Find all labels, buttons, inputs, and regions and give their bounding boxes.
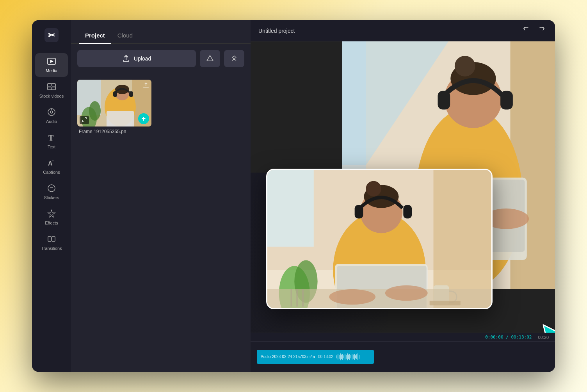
top-bar: Untitled project bbox=[251, 20, 555, 41]
audio-icon bbox=[47, 108, 56, 118]
svg-rect-59 bbox=[355, 205, 363, 219]
top-bar-actions bbox=[521, 24, 547, 37]
svg-rect-68 bbox=[430, 301, 461, 305]
list-item[interactable]: + Frame 1912055355.pn bbox=[77, 80, 151, 134]
sidebar-item-media[interactable]: Media bbox=[35, 53, 68, 77]
svg-rect-67 bbox=[302, 289, 304, 307]
captions-icon: A * bbox=[47, 159, 56, 168]
app-logo[interactable]: ✂ bbox=[44, 28, 59, 44]
cloud-upload-icon bbox=[143, 82, 149, 89]
sidebar-item-label: Media bbox=[46, 68, 57, 73]
svg-point-70 bbox=[385, 285, 428, 301]
sidebar-item-label: Effects bbox=[45, 221, 58, 225]
svg-text:T: T bbox=[48, 134, 54, 142]
sidebar-item-captions[interactable]: A * Captions bbox=[35, 155, 68, 178]
sidebar-item-text[interactable]: T Text bbox=[35, 129, 68, 153]
upload-bar: Upload bbox=[71, 44, 251, 73]
sidebar-item-label: Transitions bbox=[41, 246, 62, 251]
upload-label: Upload bbox=[134, 55, 151, 62]
undo-icon bbox=[522, 26, 530, 34]
main-area: Untitled project bbox=[251, 20, 555, 372]
tabs: Project Cloud bbox=[71, 28, 251, 44]
svg-marker-16 bbox=[48, 210, 55, 217]
svg-marker-21 bbox=[232, 56, 236, 61]
audio-waveform bbox=[336, 353, 359, 361]
google-drive-button[interactable] bbox=[200, 50, 220, 67]
svg-rect-31 bbox=[129, 91, 133, 97]
media-grid: + Frame 1912055355.pn bbox=[71, 73, 251, 141]
upload-icon bbox=[122, 55, 130, 62]
svg-rect-4 bbox=[48, 84, 55, 90]
undo-button[interactable] bbox=[521, 24, 532, 37]
svg-marker-20 bbox=[207, 55, 213, 61]
sidebar-item-audio[interactable]: Audio bbox=[35, 104, 68, 128]
svg-point-15 bbox=[48, 185, 55, 192]
svg-rect-51 bbox=[267, 170, 314, 247]
preview-card-inner bbox=[267, 170, 491, 308]
audio-clip[interactable]: Audio-2023-02-24-215703.m4a 00:13:02 bbox=[257, 350, 374, 364]
time-marker: 00:20 bbox=[538, 335, 549, 340]
media-filename: Frame 1912055355.pn bbox=[77, 127, 151, 134]
app-window: ✂ Media Stock vide bbox=[32, 20, 555, 372]
media-icon bbox=[47, 57, 56, 67]
sidebar-item-label: Text bbox=[48, 144, 55, 149]
media-thumbnail[interactable]: + bbox=[77, 80, 151, 127]
svg-rect-17 bbox=[48, 237, 51, 241]
sidebar-item-stock-videos[interactable]: Stock videos bbox=[35, 78, 68, 102]
sidebar-item-stickers[interactable]: Stickers bbox=[35, 180, 68, 204]
sidebar-item-label: Stickers bbox=[44, 195, 59, 200]
svg-rect-60 bbox=[403, 205, 412, 219]
audio-clip-label: Audio-2023-02-24-215703.m4a bbox=[261, 355, 315, 359]
text-icon: T bbox=[47, 133, 56, 143]
svg-rect-5 bbox=[48, 84, 51, 86]
dropbox-icon bbox=[230, 55, 238, 62]
sidebar-item-effects[interactable]: Effects bbox=[35, 205, 68, 229]
svg-rect-30 bbox=[113, 91, 117, 97]
svg-rect-44 bbox=[500, 91, 513, 110]
svg-rect-65 bbox=[290, 289, 292, 307]
svg-point-42 bbox=[455, 56, 475, 77]
time-display: 0:00:00 / 00:13:02 bbox=[485, 335, 532, 340]
media-panel: Project Cloud Upload bbox=[71, 20, 251, 372]
stickers-icon bbox=[47, 184, 56, 194]
audio-clip-duration: 00:13:02 bbox=[318, 355, 333, 359]
svg-point-26 bbox=[89, 101, 101, 121]
transitions-icon bbox=[47, 235, 56, 244]
svg-point-10 bbox=[50, 111, 53, 113]
sidebar-item-label: Stock videos bbox=[39, 94, 64, 98]
add-to-timeline-button[interactable]: + bbox=[138, 113, 149, 124]
sidebar: ✂ Media Stock vide bbox=[32, 20, 71, 372]
svg-rect-6 bbox=[52, 84, 55, 86]
svg-text:✂: ✂ bbox=[48, 30, 55, 40]
timeline: 0:00:00 / 00:13:02 00:20 Audio-2023-02-2… bbox=[251, 333, 555, 372]
svg-rect-7 bbox=[48, 87, 51, 90]
sidebar-item-label: Audio bbox=[46, 119, 57, 124]
expand-icon bbox=[82, 117, 87, 122]
sidebar-item-transitions[interactable]: Transitions bbox=[35, 231, 68, 255]
upload-button[interactable]: Upload bbox=[77, 50, 196, 67]
svg-rect-18 bbox=[52, 237, 55, 241]
preview-area bbox=[251, 41, 555, 333]
svg-marker-3 bbox=[50, 60, 53, 63]
google-drive-icon bbox=[206, 55, 214, 62]
dropbox-button[interactable] bbox=[224, 50, 244, 67]
tab-cloud[interactable]: Cloud bbox=[111, 28, 139, 43]
effects-icon bbox=[47, 209, 56, 219]
timeline-header: 0:00:00 / 00:13:02 00:20 bbox=[251, 333, 555, 342]
sidebar-item-label: Captions bbox=[43, 170, 60, 175]
svg-rect-32 bbox=[107, 111, 134, 127]
preview-card-svg bbox=[267, 170, 491, 308]
redo-button[interactable] bbox=[536, 24, 547, 37]
svg-rect-8 bbox=[52, 87, 55, 90]
svg-text:*: * bbox=[52, 159, 54, 163]
svg-rect-43 bbox=[438, 91, 450, 110]
project-title: Untitled project bbox=[258, 28, 295, 34]
tab-project[interactable]: Project bbox=[79, 28, 111, 43]
redo-icon bbox=[538, 26, 546, 34]
timeline-track: Audio-2023-02-24-215703.m4a 00:13:02 bbox=[251, 342, 555, 372]
expand-button[interactable] bbox=[80, 116, 89, 124]
svg-point-58 bbox=[366, 181, 381, 197]
stock-videos-icon bbox=[47, 82, 56, 92]
preview-card bbox=[266, 169, 493, 309]
svg-point-69 bbox=[329, 289, 375, 305]
